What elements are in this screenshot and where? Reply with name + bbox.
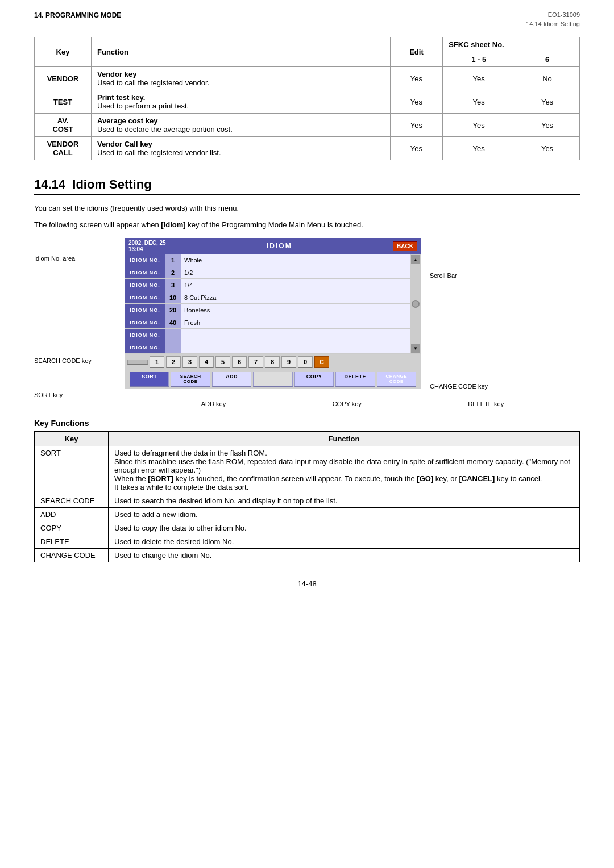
table-row: TEST Print test key.Used to perform a pr… [35,90,580,114]
table-row: VENDORCALL Vendor Call keyUsed to call t… [35,137,580,160]
kf-table-row: ADD Used to add a new idiom. [35,508,580,521]
key-functions-table: Key Function SORT Used to defragment the… [34,431,580,562]
idiom-num-4: 20 [165,304,181,316]
label-search-code-key: SEARCH CODE key [34,357,92,364]
back-button[interactable]: BACK [393,241,417,251]
scroll-up-btn[interactable]: ▲ [411,255,420,264]
col-header-sfkc-6: 6 [515,52,580,67]
key-8[interactable]: 8 [265,356,280,368]
keypad-number-row: 1 2 3 4 5 6 7 8 9 0 C [127,356,418,368]
intro-paragraph-2: The following screen will appear when [I… [34,220,580,229]
label-scroll-bar: Scroll Bar [430,272,457,279]
add-button[interactable]: ADD [212,372,251,387]
row-function-0: Vendor keyUsed to call the registered ve… [92,67,391,90]
kf-col-function: Function [109,432,580,446]
idiom-num-1: 2 [165,266,181,278]
key-function-table: Key Function Edit SFKC sheet No. 1 - 5 6… [34,37,580,160]
kf-col-key: Key [35,432,109,446]
row-sfkc1-0: Yes [443,67,515,90]
idiom-list-item[interactable]: IDIOM NO. [125,329,410,341]
key-5[interactable]: 5 [215,356,230,368]
screen-title: IDIOM [166,242,393,250]
row-edit-2: Yes [390,114,443,137]
screen-diagram: Idiom No. area SEARCH CODE key SORT key … [34,238,580,389]
screen-date-time: 2002, DEC, 2513:04 [128,240,166,252]
idiom-label-6: IDIOM NO. [125,329,165,341]
row-function-2: Average cost keyUsed to declare the aver… [92,114,391,137]
section-breadcrumb: 14.14 Idiom Setting [34,20,580,27]
intro-paragraph-1: You can set the idioms (frequently used … [34,204,580,212]
table-row: VENDOR Vendor keyUsed to call the regist… [35,67,580,90]
kf-function-4: Used to delete the desired idiom No. [109,535,580,549]
key-7[interactable]: 7 [248,356,263,368]
idiom-list-item[interactable]: IDIOM NO. 40 Fresh [125,316,410,329]
idiom-text-1: 1/2 [181,266,410,278]
scroll-bar[interactable]: ▲ ▼ [410,254,421,354]
change-code-button[interactable]: CHANGECODE [377,372,416,387]
row-edit-3: Yes [390,137,443,160]
row-sfkc1-1: Yes [443,90,515,114]
copy-button[interactable]: COPY [294,372,334,387]
key-blank[interactable] [127,360,148,365]
kf-function-5: Used to change the idiom No. [109,549,580,562]
idiom-text-4: Boneless [181,304,410,316]
delete-button[interactable]: DELETE [335,372,375,387]
search-code-button[interactable]: SEARCHCODE [171,372,210,387]
idiom-label-3: IDIOM NO. [125,291,165,303]
row-sfkc2-0: No [515,67,580,90]
kf-function-2: Used to add a new idiom. [109,508,580,521]
kf-table-row: CHANGE CODE Used to change the idiom No. [35,549,580,562]
idiom-list-item[interactable]: IDIOM NO. 10 8 Cut Pizza [125,291,410,304]
idiom-list-item[interactable]: IDIOM NO. 2 1/2 [125,266,410,279]
screen-header-bar: 2002, DEC, 2513:04 IDIOM BACK [125,238,421,254]
scroll-down-btn[interactable]: ▼ [411,344,420,353]
row-sfkc1-2: Yes [443,114,515,137]
kf-key-2: ADD [35,508,109,521]
key-clear[interactable]: C [314,356,329,368]
row-edit-1: Yes [390,90,443,114]
idiom-text-3: 8 Cut Pizza [181,291,410,303]
idiom-list-item[interactable]: IDIOM NO. 3 1/4 [125,279,410,291]
key-6[interactable]: 6 [232,356,247,368]
col-header-edit: Edit [390,37,443,67]
kf-table-row: SORT Used to defragment the data in the … [35,446,580,494]
kf-key-4: DELETE [35,535,109,549]
key-3[interactable]: 3 [182,356,197,368]
key-4[interactable]: 4 [199,356,214,368]
key-functions-title: Key Functions [34,419,580,428]
section-title-text: Idiom Setting [72,177,151,191]
idiom-text-6 [181,329,410,341]
label-delete-key: DELETE key [468,400,504,407]
idiom-list-item[interactable]: IDIOM NO. 1 Whole [125,254,410,266]
idiom-num-0: 1 [165,254,181,266]
page-number: 14-48 [297,579,316,588]
idiom-num-5: 40 [165,316,181,328]
key-9[interactable]: 9 [281,356,296,368]
keypad-area: 1 2 3 4 5 6 7 8 9 0 C SORT SEARCHCODE AD… [125,354,421,389]
key-1[interactable]: 1 [150,356,164,368]
idiom-text-0: Whole [181,254,410,266]
kf-table-row: COPY Used to copy the data to other idio… [35,521,580,535]
kf-table-row: DELETE Used to delete the desired idiom … [35,535,580,549]
sort-button[interactable]: SORT [130,372,169,387]
key-0[interactable]: 0 [298,356,313,368]
label-change-code-key: CHANGE CODE key [430,383,488,390]
idiom-list-item[interactable]: IDIOM NO. [125,341,410,354]
row-function-3: Vendor Call keyUsed to call the register… [92,137,391,160]
idiom-label-5: IDIOM NO. [125,316,165,328]
row-sfkc2-1: Yes [515,90,580,114]
idiom-label-4: IDIOM NO. [125,304,165,316]
row-sfkc1-3: Yes [443,137,515,160]
scroll-thumb[interactable] [412,300,420,308]
key-2[interactable]: 2 [166,356,181,368]
label-copy-key: COPY key [333,400,362,407]
idiom-num-6 [165,329,181,341]
chapter-title: 14. PROGRAMMING MODE [34,11,121,19]
right-labels: Scroll Bar CHANGE CODE key [421,238,500,389]
idiom-list-item[interactable]: IDIOM NO. 20 Boneless [125,304,410,316]
row-edit-0: Yes [390,67,443,90]
left-labels: Idiom No. area SEARCH CODE key SORT key [34,238,125,389]
row-sfkc2-2: Yes [515,114,580,137]
idiom-label-1: IDIOM NO. [125,266,165,278]
idiom-rows: IDIOM NO. 1 Whole IDIOM NO. 2 1/2 IDIOM … [125,254,410,354]
